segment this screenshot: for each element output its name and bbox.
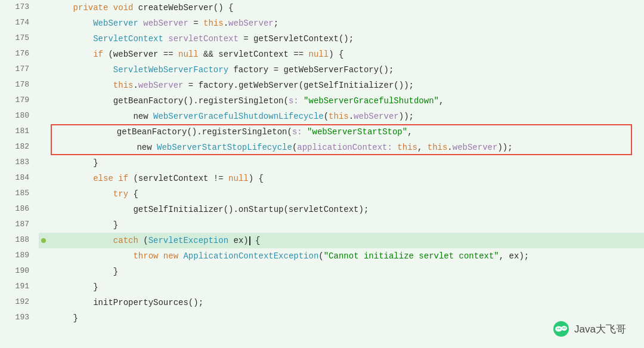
token-kw: new — [163, 251, 178, 261]
line-content: ServletContext servletContext = getServl… — [48, 31, 644, 47]
token-plain: = factory.getWebServer(getSelfInitialize… — [183, 81, 413, 90]
line-gutter — [39, 124, 48, 140]
token-kw: throw — [133, 251, 158, 261]
line-content: if (webServer == null && servletContext … — [48, 47, 644, 62]
line-gutter — [39, 31, 48, 47]
token-plain: , — [417, 143, 428, 152]
line-gutter — [39, 171, 48, 186]
token-kw: if — [118, 174, 128, 183]
token-type: WebServer — [93, 19, 138, 28]
token-plain: , ex); — [499, 251, 529, 261]
token-plain: ) { — [329, 50, 343, 59]
token-plain: ) { — [249, 174, 264, 183]
token-type: WebServerStartStopLifecycle — [157, 143, 292, 152]
line-gutter — [39, 140, 48, 155]
token-kw: void — [113, 3, 134, 13]
token-var: webServer — [138, 81, 184, 90]
token-plain: = — [188, 19, 203, 28]
token-kw: null — [228, 174, 249, 183]
token-str: "Cannot initialize servlet context" — [324, 251, 499, 261]
line-content: ServletWebServerFactory factory = getWeb… — [48, 62, 644, 78]
code-line: 179 getBeanFactory().registerSingleton(s… — [0, 93, 644, 109]
svg-point-2 — [561, 326, 567, 331]
line-gutter — [39, 186, 48, 202]
line-gutter — [39, 279, 48, 295]
token-plain: getSelfInitializer().onStartup(servletCo… — [133, 205, 369, 214]
token-param-name: s: — [292, 127, 302, 137]
token-plain — [138, 19, 143, 28]
token-plain: . — [447, 143, 452, 152]
token-param-name: s: — [289, 96, 299, 106]
token-plain — [163, 34, 168, 44]
code-line: 174 WebServer webServer = this.webServer… — [0, 16, 644, 31]
line-content: else if (servletContext != null) { — [48, 171, 644, 186]
line-gutter — [39, 78, 48, 93]
token-var: webServer — [453, 143, 498, 152]
line-number: 187 — [0, 217, 39, 233]
token-plain: = getServletContext(); — [239, 34, 354, 44]
line-gutter — [39, 16, 48, 31]
line-number: 191 — [0, 279, 39, 295]
token-kw: this — [397, 143, 417, 152]
line-content: catch (ServletException ex) { — [48, 233, 644, 248]
token-plain: } — [93, 158, 98, 168]
line-content: WebServer webServer = this.webServer; — [48, 16, 644, 31]
token-plain: , — [439, 96, 444, 106]
token-type: ServletContext — [93, 34, 163, 44]
token-plain: ( — [138, 236, 148, 245]
token-var: webServer — [143, 19, 188, 28]
token-var: webServer — [354, 112, 399, 121]
code-line: 188 catch (ServletException ex) { — [0, 233, 644, 248]
code-line: 177 ServletWebServerFactory factory = ge… — [0, 62, 644, 78]
token-str: "webServerStartStop" — [307, 127, 407, 137]
code-line: 181 getBeanFactory().registerSingleton(s… — [0, 124, 644, 140]
code-line: 191 } — [0, 279, 644, 295]
token-type: ServletException — [148, 236, 228, 245]
code-line: 175 ServletContext servletContext = getS… — [0, 31, 644, 47]
line-content: new WebServerStartStopLifecycle(applicat… — [51, 140, 632, 155]
line-content: } — [48, 155, 644, 171]
token-plain — [158, 251, 163, 261]
line-number: 183 — [0, 155, 39, 171]
line-number: 182 — [0, 140, 39, 155]
code-line: 173 private void createWebServer() { — [0, 0, 644, 16]
code-line: 189 throw new ApplicationContextExceptio… — [0, 248, 644, 264]
line-gutter — [39, 202, 48, 217]
line-content: this.webServer = factory.getWebServer(ge… — [48, 78, 644, 93]
token-type: ServletWebServerFactory — [113, 65, 228, 75]
code-line: 190 } — [0, 264, 644, 279]
line-number: 193 — [0, 310, 39, 326]
token-plain: (servletContext != — [128, 174, 228, 183]
code-line: 182 new WebServerStartStopLifecycle(appl… — [0, 140, 644, 155]
token-kw: this — [203, 19, 224, 28]
token-kw: try — [113, 189, 128, 199]
code-line: 192 initPropertySources(); — [0, 295, 644, 310]
line-gutter — [39, 155, 48, 171]
code-line: 184 else if (servletContext != null) { — [0, 171, 644, 186]
code-editor: 173 private void createWebServer() {174 … — [0, 0, 644, 348]
line-gutter — [39, 62, 48, 78]
line-number: 173 — [0, 0, 39, 16]
code-line: 185 try { — [0, 186, 644, 202]
token-plain: new — [133, 112, 153, 121]
token-plain: } — [93, 282, 98, 292]
watermark: Java大飞哥 — [553, 321, 626, 337]
line-number: 174 — [0, 16, 39, 31]
line-number: 189 — [0, 248, 39, 264]
token-kw: else — [93, 174, 113, 183]
token-kw: this — [113, 81, 134, 90]
code-line: 183 } — [0, 155, 644, 171]
line-gutter — [39, 109, 48, 124]
token-plain: createWebServer() { — [133, 3, 233, 13]
token-kw: private — [73, 3, 109, 13]
line-number: 185 — [0, 186, 39, 202]
token-plain: ( — [318, 251, 323, 261]
line-number: 175 — [0, 31, 39, 47]
code-line: 180 new WebServerGracefulShutdownLifecyc… — [0, 109, 644, 124]
token-type: WebServerGracefulShutdownLifecycle — [153, 112, 324, 121]
svg-point-3 — [558, 328, 559, 329]
line-content: throw new ApplicationContextException("C… — [48, 248, 644, 264]
line-number: 188 — [0, 233, 39, 248]
token-plain: getBeanFactory().registerSingleton( — [113, 96, 289, 106]
token-var: servletContext — [168, 34, 239, 44]
